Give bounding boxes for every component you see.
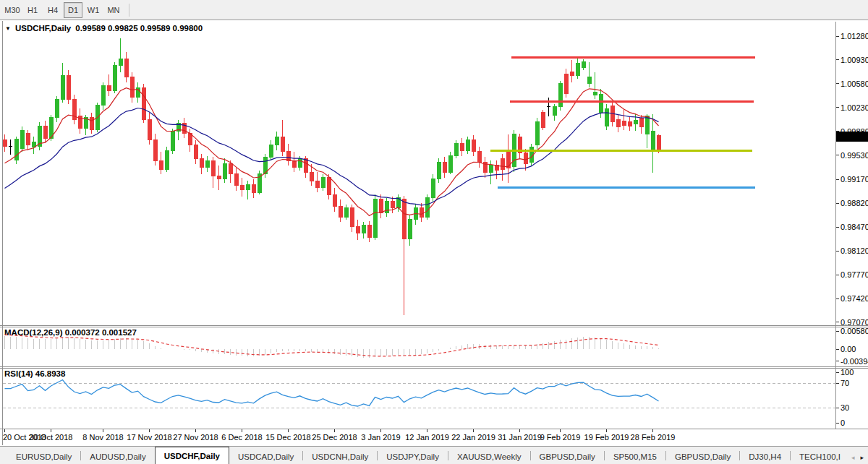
candle-up <box>553 104 556 121</box>
candle-up <box>385 198 388 217</box>
timeframe-button-w1[interactable]: W1 <box>84 2 103 18</box>
tab-usdjpy-daily[interactable]: USDJPY,Daily <box>378 449 448 464</box>
candle-down <box>495 160 498 179</box>
candle-down <box>570 60 574 82</box>
candle-up <box>20 126 24 152</box>
rsi-pane-canvas[interactable]: 10070300 <box>0 368 868 429</box>
tab-gbpusd-daily[interactable]: GBPUSD,Daily <box>666 449 739 464</box>
candle-down <box>506 134 510 183</box>
candle-down <box>541 110 545 130</box>
toolbar-separator <box>129 4 129 17</box>
candle-down <box>252 179 255 198</box>
tab-scroll-right-icon[interactable]: ▸ <box>860 454 864 461</box>
svg-text:0.99800: 0.99800 <box>841 132 868 141</box>
chart-tab-bar: EURUSD,DailyAUDUSD,DailyUSDCHF,DailyUSDC… <box>0 446 868 464</box>
timeframe-button-h4[interactable]: H4 <box>43 2 62 18</box>
candle-up <box>113 62 116 93</box>
trading-terminal-window: M30H1H4D1W1MN ▼ USDCHF,Daily 0.99589 0.9… <box>0 0 868 464</box>
timeframe-button-h1[interactable]: H1 <box>23 2 42 18</box>
candle-up <box>408 215 412 245</box>
price-axis-labels[interactable]: 1.012801.009301.005801.002300.998800.995… <box>836 32 868 325</box>
candle-down <box>350 205 354 232</box>
svg-text:0.97420: 0.97420 <box>841 294 868 303</box>
candle-up <box>136 82 140 103</box>
date-tick-label: 8 Nov 2018 <box>82 433 123 442</box>
candle-up <box>437 158 441 183</box>
candle-down <box>367 221 371 242</box>
candle-up <box>269 140 273 160</box>
svg-text:0.97770: 0.97770 <box>841 270 868 279</box>
date-tick-label: 15 Dec 2018 <box>265 433 310 442</box>
timeframe-button-m30[interactable]: M30 <box>3 2 22 18</box>
candle-down <box>281 120 284 156</box>
tab-usdcnh-daily[interactable]: USDCNH,Daily <box>303 449 377 464</box>
candle-up <box>466 137 469 154</box>
timeframe-button-d1[interactable]: D1 <box>64 2 82 18</box>
date-tick-label: 25 Dec 2018 <box>312 433 357 442</box>
candle-down <box>333 188 336 212</box>
svg-text:0: 0 <box>841 418 845 427</box>
tab-audusd-daily[interactable]: AUDUSD,Daily <box>81 449 154 464</box>
doji-bar <box>547 98 550 116</box>
macd-axis-labels[interactable]: 0.0058020.00-0.003945 <box>836 327 868 365</box>
candle-down <box>622 109 626 130</box>
candle-down <box>217 166 221 190</box>
candle-up <box>425 194 429 220</box>
candle-down <box>153 134 157 166</box>
candle-up <box>587 62 591 88</box>
date-tick-label: 22 Jan 2019 <box>451 433 495 442</box>
date-axis[interactable]: 20 Oct 201830 Oct 20188 Nov 201817 Nov 2… <box>0 429 868 446</box>
candle-down <box>518 134 522 159</box>
tab-dj30-h4[interactable]: DJ30,H4 <box>740 449 790 464</box>
price-axis-border <box>835 22 836 429</box>
candle-down <box>477 147 481 167</box>
candle-down <box>142 84 145 124</box>
svg-text:0.97070: 0.97070 <box>841 318 868 325</box>
rsi-axis-labels[interactable]: 10070300 <box>836 368 854 427</box>
svg-text:70: 70 <box>841 379 849 387</box>
tab-usdcad-daily[interactable]: USDCAD,Daily <box>229 449 302 464</box>
candle-up <box>205 156 209 173</box>
candle-up <box>223 158 226 183</box>
date-tick-label: 31 Jan 2019 <box>498 433 542 442</box>
candle-down <box>234 168 238 192</box>
doji-bar <box>9 139 12 155</box>
candle-down <box>107 74 111 96</box>
candle-down <box>124 52 128 82</box>
tab-usdchf-daily[interactable]: USDCHF,Daily <box>155 447 229 464</box>
tab-eurusd-daily[interactable]: EURUSD,Daily <box>7 449 80 464</box>
tab-xauusd-weekly[interactable]: XAUUSD,Weekly <box>448 449 530 464</box>
timeframe-button-mn[interactable]: MN <box>104 2 123 18</box>
macd-pane-canvas[interactable]: 0.0058020.00-0.003945 <box>0 327 868 366</box>
svg-text:0.99530: 0.99530 <box>841 151 868 160</box>
candle-down <box>3 134 7 152</box>
candle-up <box>14 137 18 164</box>
candle-down <box>182 118 186 138</box>
candle-down <box>200 154 203 174</box>
candle-down <box>564 69 568 98</box>
candle-up <box>414 205 417 225</box>
main-chart-canvas[interactable]: 1.012801.009301.005801.002300.998800.995… <box>0 22 868 325</box>
svg-text:1.01280: 1.01280 <box>841 32 868 40</box>
rsi-line <box>5 380 659 407</box>
tab-gbpusd-daily[interactable]: GBPUSD,Daily <box>531 449 604 464</box>
svg-text:1.00230: 1.00230 <box>841 103 868 112</box>
svg-text:0.98120: 0.98120 <box>841 246 868 255</box>
candle-up <box>645 114 649 148</box>
tab-sp500-m15[interactable]: SP500,M15 <box>605 449 665 464</box>
tab-scroll-left-icon[interactable]: ◂ <box>851 454 855 461</box>
candle-up <box>55 96 59 122</box>
candle-up <box>605 104 608 130</box>
candle-down <box>420 203 423 221</box>
svg-text:0.00: 0.00 <box>841 345 856 353</box>
candle-down <box>616 114 620 132</box>
candle-up <box>593 72 597 100</box>
date-tick-label: 30 Oct 2018 <box>30 433 73 442</box>
svg-text:30: 30 <box>841 403 849 412</box>
tab-tech100-i[interactable]: TECH100,I <box>791 449 849 464</box>
candle-down <box>78 108 82 134</box>
svg-text:0.98820: 0.98820 <box>841 199 868 207</box>
candle-down <box>391 197 394 213</box>
candle-down <box>26 130 30 150</box>
candle-up <box>165 147 169 172</box>
